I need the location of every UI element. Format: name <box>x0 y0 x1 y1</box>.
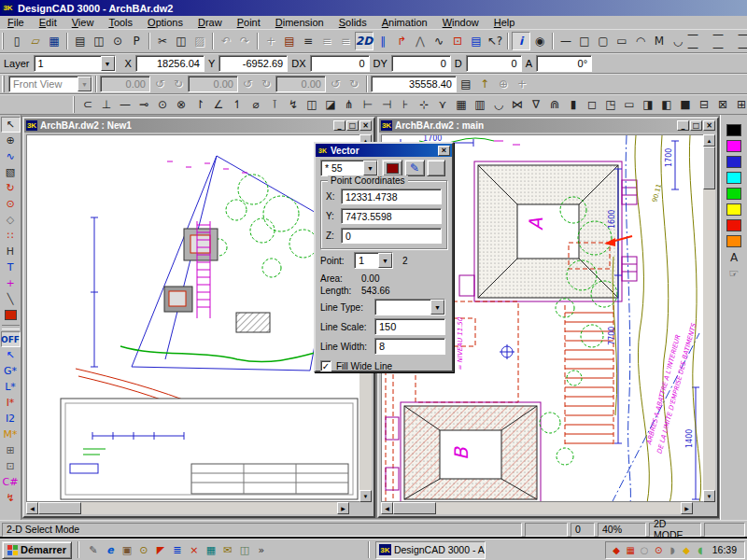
scroll-right-button[interactable]: ▶ <box>681 502 693 514</box>
curve-tool-icon[interactable]: ◡ <box>669 32 687 50</box>
redo-icon[interactable]: ↷ <box>235 32 254 50</box>
zoom-extents-icon[interactable]: ⊕ <box>494 75 513 93</box>
rotate-z-left-icon[interactable]: ↺ <box>326 75 345 93</box>
ql-organizer-icon[interactable]: ≣ <box>169 541 186 558</box>
snap-fork2-icon[interactable]: ⋎ <box>433 95 452 114</box>
toolbar-grip[interactable] <box>2 33 4 49</box>
angle-field[interactable]: 0° <box>536 55 592 72</box>
tool-corner-sq-icon[interactable]: ◳ <box>601 95 620 114</box>
info-button[interactable]: i <box>512 32 530 50</box>
tray-antivirus-icon[interactable]: ◆ <box>610 543 624 557</box>
chevron-down-icon[interactable]: ▼ <box>378 253 392 268</box>
color-black-swatch[interactable] <box>724 122 744 138</box>
minimize-button[interactable]: _ <box>677 120 689 131</box>
print-icon[interactable]: ▤ <box>71 32 90 50</box>
point-y-field[interactable]: 7473.5598 <box>341 208 442 224</box>
menu-help[interactable]: Help <box>486 16 523 29</box>
snap-left-icon[interactable]: ⊢ <box>359 95 377 114</box>
menu-tools[interactable]: Tools <box>101 16 140 29</box>
ql-camera-icon[interactable]: ▣ <box>119 541 135 558</box>
line-snap-tool[interactable]: L* <box>1 379 21 395</box>
snap-angle-icon[interactable]: ∠ <box>209 95 228 114</box>
line-color-button[interactable] <box>382 160 402 176</box>
hand-pointer-button[interactable]: ☞ <box>724 265 744 281</box>
snap-point3-icon[interactable]: ⊺ <box>265 95 284 114</box>
color-blue-swatch[interactable] <box>724 154 744 170</box>
tool-solid-icon[interactable]: ■ <box>676 95 695 114</box>
box-3d-tool[interactable]: ▧ <box>1 164 21 180</box>
paste-icon[interactable]: ▨ <box>190 32 209 50</box>
tray-volume-icon[interactable]: ◖ <box>694 543 708 557</box>
color-orange-swatch[interactable] <box>724 233 744 249</box>
new-file-icon[interactable]: ▯ <box>7 32 26 50</box>
undo-icon[interactable]: ↶ <box>217 32 235 50</box>
minimize-button[interactable]: _ <box>333 120 345 131</box>
scroll-left-button[interactable]: ◀ <box>26 502 38 514</box>
rotate-x-right-icon[interactable]: ↻ <box>169 75 188 93</box>
copy-icon[interactable]: ◫ <box>172 32 190 50</box>
context-help-icon[interactable]: ↖? <box>486 32 504 50</box>
menu-dimension[interactable]: Dimension <box>268 16 331 29</box>
app-title-bar[interactable]: 3K DesignCAD 3000 - ArchBAr.dw2 <box>0 0 747 16</box>
tool-fill-icon[interactable]: ▦ <box>452 95 471 114</box>
color-yellow-swatch[interactable] <box>724 202 744 217</box>
chevron-down-icon[interactable]: ▼ <box>101 56 115 71</box>
y-coordinate-field[interactable]: -6952.69 <box>218 55 288 72</box>
snap-line-icon[interactable]: — <box>116 95 134 114</box>
tool-rect-icon[interactable]: ▭ <box>620 95 639 114</box>
tray-search-icon[interactable]: ⊙ <box>652 543 666 557</box>
menu-options[interactable]: Options <box>140 16 190 29</box>
horizontal-scrollbar[interactable]: ◀ ▶ <box>26 502 349 514</box>
tool-nabla-icon[interactable]: ∇ <box>527 95 545 114</box>
close-icon[interactable]: × <box>438 146 450 156</box>
snap-perpendicular-icon[interactable]: ⊥ <box>97 95 116 114</box>
dash-style2-icon[interactable]: — — <box>712 32 738 50</box>
open-folder-icon[interactable]: ▱ <box>26 32 45 50</box>
save-icon[interactable]: ▦ <box>45 32 63 50</box>
rotate-z-right-icon[interactable]: ↻ <box>345 75 363 93</box>
current-color-swatch[interactable] <box>1 307 21 323</box>
menu-view[interactable]: View <box>64 16 102 29</box>
ql-calc-icon[interactable]: ▦ <box>203 541 219 558</box>
tool-plus-box-icon[interactable]: ⊞ <box>732 95 747 114</box>
snap-center-icon[interactable]: ⊙ <box>153 95 172 114</box>
ql-browser-icon[interactable]: e <box>102 541 119 558</box>
menu-edit[interactable]: Edit <box>32 16 64 29</box>
y-angle-field[interactable]: 0.00 <box>188 76 238 92</box>
snap-diameter-icon[interactable]: ⌀ <box>247 95 265 114</box>
snap-tangent-icon[interactable]: ⊸ <box>134 95 153 114</box>
zoom-tool[interactable]: ⊕ <box>1 133 21 148</box>
axis-red-icon[interactable]: ↱ <box>392 32 411 50</box>
axis-gray-icon[interactable]: ⋀ <box>411 32 430 50</box>
rounded-rect-icon[interactable]: ▢ <box>594 32 613 50</box>
color-snap-tool[interactable]: C# <box>1 474 21 490</box>
vertical-scrollbar[interactable]: ▲ ▼ <box>703 134 715 502</box>
tool-bar-icon[interactable]: ▮ <box>564 95 583 114</box>
polygon-tool[interactable]: ◇ <box>1 212 21 228</box>
trim-tool[interactable]: ↯ <box>1 490 21 506</box>
extra-style-button[interactable] <box>427 160 445 176</box>
window-main-title-bar[interactable]: 3K ArchBAr.dw2 : main _□× <box>379 119 717 133</box>
rect-tool-icon[interactable]: □ <box>575 32 594 50</box>
scroll-up-button[interactable]: ▲ <box>703 134 715 147</box>
tray-modem-icon[interactable]: ◗ <box>666 543 680 557</box>
snap-point1-icon[interactable]: ↾ <box>190 95 209 114</box>
snap-flash-icon[interactable]: ↯ <box>284 95 303 114</box>
view-scale-field[interactable]: 35558.40 <box>371 76 457 92</box>
menu-draw[interactable]: Draw <box>190 16 230 29</box>
x-coordinate-field[interactable]: 18256.04 <box>135 55 204 72</box>
scroll-down-button[interactable]: ▼ <box>703 490 715 502</box>
text-style-button[interactable]: A <box>724 249 744 265</box>
snap-off-button[interactable]: OFF <box>1 331 21 347</box>
menu-file[interactable]: File <box>0 16 32 29</box>
menu-solids[interactable]: Solids <box>331 16 374 29</box>
snap-point2-icon[interactable]: ↿ <box>228 95 247 114</box>
tray-scheduler-icon[interactable]: ◆ <box>680 543 694 557</box>
x-angle-field[interactable]: 0.00 <box>100 76 150 92</box>
tool-x-box-icon[interactable]: ⊠ <box>713 95 732 114</box>
midpoint-snap-tool[interactable]: M* <box>1 427 21 442</box>
point-number-combo[interactable]: 1 ▼ <box>354 252 393 269</box>
text-tool[interactable]: T <box>1 259 21 275</box>
chevron-down-icon[interactable]: ▼ <box>363 161 377 175</box>
point-z-field[interactable]: 0 <box>341 228 442 244</box>
